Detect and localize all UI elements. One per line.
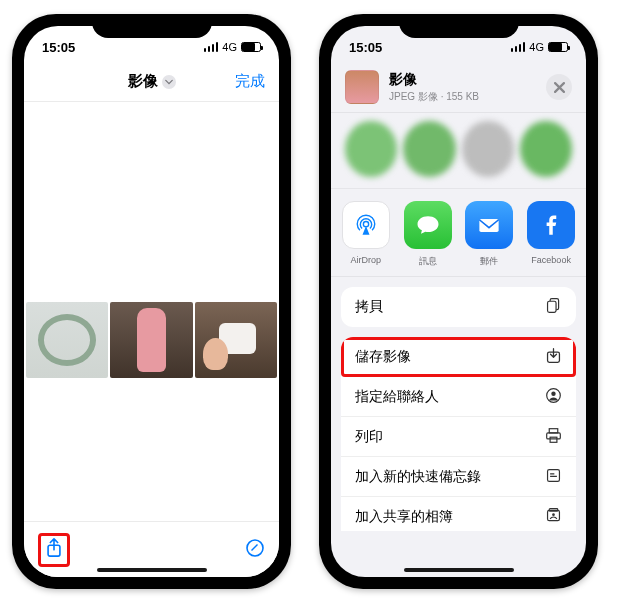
share-icon[interactable] <box>45 544 63 561</box>
app-facebook[interactable]: Facebook <box>523 201 579 268</box>
share-sheet-header: 影像 JPEG 影像 · 155 KB <box>331 62 586 113</box>
contact-icon <box>545 387 562 407</box>
status-time: 15:05 <box>42 40 75 55</box>
action-print[interactable]: 列印 <box>341 417 576 457</box>
status-time: 15:05 <box>349 40 382 55</box>
thumbnail[interactable] <box>110 302 192 378</box>
signal-icon <box>204 42 219 52</box>
screen-right-share-sheet: 15:05 4G 影像 JPEG 影像 · 155 KB <box>331 26 586 577</box>
preview-thumbnail[interactable] <box>345 70 379 104</box>
action-save-image[interactable]: 儲存影像 <box>341 337 576 377</box>
quick-note-icon <box>545 467 562 487</box>
photo-viewer[interactable] <box>24 102 279 521</box>
action-label: 加入共享的相簿 <box>355 508 453 526</box>
notch <box>92 14 212 38</box>
action-quick-note[interactable]: 加入新的快速備忘錄 <box>341 457 576 497</box>
apps-row[interactable]: AirDrop 訊息 郵件 Facebook <box>331 189 586 277</box>
shared-album-icon <box>545 507 562 527</box>
close-button[interactable] <box>546 74 572 100</box>
signal-icon <box>511 42 526 52</box>
download-icon <box>545 347 562 367</box>
svg-rect-5 <box>548 301 557 312</box>
action-label: 指定給聯絡人 <box>355 388 439 406</box>
copy-icon <box>545 297 562 317</box>
action-label: 列印 <box>355 428 383 446</box>
notch <box>399 14 519 38</box>
svg-rect-10 <box>547 432 561 438</box>
contact-avatar[interactable] <box>403 121 455 177</box>
status-right: 4G <box>204 41 261 53</box>
svg-rect-12 <box>548 469 560 481</box>
facebook-icon <box>527 201 575 249</box>
messages-icon <box>404 201 452 249</box>
svg-point-8 <box>551 391 555 395</box>
action-label: 加入新的快速備忘錄 <box>355 468 481 486</box>
sheet-subtitle: JPEG 影像 · 155 KB <box>389 90 536 104</box>
airdrop-contacts-row[interactable] <box>331 113 586 189</box>
mail-icon <box>465 201 513 249</box>
svg-rect-9 <box>549 428 558 432</box>
contact-avatar[interactable] <box>345 121 397 177</box>
action-shared-album[interactable]: 加入共享的相簿 <box>341 497 576 531</box>
thumbnail-strip[interactable] <box>24 302 279 378</box>
battery-icon <box>548 42 568 52</box>
printer-icon <box>545 427 562 447</box>
network-label: 4G <box>222 41 237 53</box>
nav-title[interactable]: 影像 <box>128 72 176 91</box>
sheet-title: 影像 <box>389 71 536 89</box>
status-right: 4G <box>511 41 568 53</box>
svg-rect-11 <box>550 437 557 442</box>
action-assign-contact[interactable]: 指定給聯絡人 <box>341 377 576 417</box>
nav-title-text: 影像 <box>128 72 158 91</box>
app-label: 郵件 <box>461 255 517 268</box>
chevron-down-icon <box>162 75 176 89</box>
app-label: AirDrop <box>338 255 394 265</box>
screen-left: 15:05 4G 影像 完成 <box>24 26 279 577</box>
home-indicator[interactable] <box>97 568 207 572</box>
app-label: Facebook <box>523 255 579 265</box>
action-label: 拷貝 <box>355 298 383 316</box>
airdrop-icon <box>342 201 390 249</box>
svg-point-15 <box>552 513 555 516</box>
thumbnail[interactable] <box>26 302 108 378</box>
actions-list[interactable]: 拷貝 儲存影像 指定給聯絡人 <box>331 277 586 531</box>
phone-right: 15:05 4G 影像 JPEG 影像 · 155 KB <box>319 14 598 589</box>
markup-icon[interactable] <box>245 538 265 562</box>
svg-rect-3 <box>480 219 499 232</box>
app-label: 訊息 <box>400 255 456 268</box>
contact-avatar[interactable] <box>462 121 514 177</box>
thumbnail[interactable] <box>195 302 277 378</box>
nav-bar: 影像 完成 <box>24 62 279 102</box>
battery-icon <box>241 42 261 52</box>
network-label: 4G <box>529 41 544 53</box>
phone-left: 15:05 4G 影像 完成 <box>12 14 291 589</box>
app-airdrop[interactable]: AirDrop <box>338 201 394 268</box>
home-indicator[interactable] <box>404 568 514 572</box>
contact-avatar[interactable] <box>520 121 572 177</box>
app-mail[interactable]: 郵件 <box>461 201 517 268</box>
highlight-share <box>38 533 70 567</box>
done-button[interactable]: 完成 <box>235 72 265 91</box>
app-messages[interactable]: 訊息 <box>400 201 456 268</box>
action-label: 儲存影像 <box>355 348 411 366</box>
action-copy[interactable]: 拷貝 <box>341 287 576 327</box>
